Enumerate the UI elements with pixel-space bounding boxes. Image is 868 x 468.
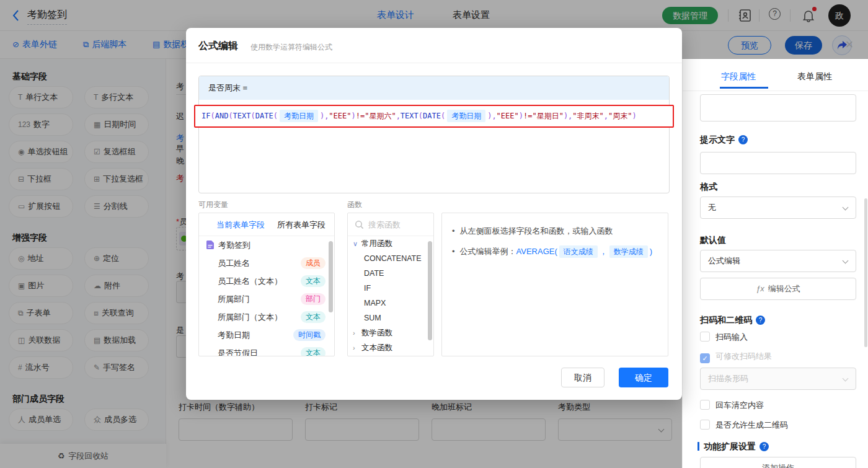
formula-token: TEXT: [401, 112, 418, 120]
function-search-input[interactable]: 搜索函数: [348, 213, 433, 236]
bullet: •: [452, 226, 455, 236]
formula-token: AVERAGE(: [516, 247, 557, 256]
field-chip: 数学成绩: [609, 245, 648, 258]
tab-field-properties[interactable]: 字段属性: [721, 71, 756, 82]
variable-name: 员工姓名: [218, 258, 250, 268]
tip-example-formula: AVERAGE(语文成绩，数学成绩): [516, 247, 653, 256]
variables-panel: 当前表单字段 所有表单字段 考勤签到员工姓名成员员工姓名（文本）文本所属部门部门…: [198, 213, 335, 356]
function-group[interactable]: ›文本函数: [348, 340, 433, 355]
allow-qr-checkbox[interactable]: 是否允许生成二维码: [700, 420, 788, 431]
scan-barcode-select[interactable]: 扫描条形码: [700, 368, 856, 390]
scrollbar-thumb[interactable]: [864, 198, 867, 347]
variable-item[interactable]: 员工姓名（文本）文本: [199, 272, 334, 290]
function-group[interactable]: ›数学函数: [348, 325, 433, 340]
formula-token: "星期六": [365, 112, 396, 120]
variable-type-tag: 时间戳: [293, 329, 326, 341]
function-item[interactable]: IF: [348, 281, 433, 296]
form-doc-icon: [206, 241, 214, 249]
function-item[interactable]: SUM: [348, 311, 433, 325]
description-box[interactable]: [700, 94, 856, 121]
divider: [186, 63, 682, 63]
variable-item[interactable]: 是否节假日文本: [199, 344, 334, 356]
field-chip: 考勤日期: [280, 110, 318, 122]
variable-form-root[interactable]: 考勤签到: [199, 236, 334, 254]
formula-tips-panel: •从左侧面板选择字段名和函数，或输入函数 •公式编辑举例：AVERAGE(语文成…: [441, 213, 668, 356]
formula-token: IF: [202, 112, 210, 120]
format-label: 格式: [700, 182, 717, 193]
caret-down-icon[interactable]: ∨: [353, 236, 361, 251]
field-chip: 考勤日期: [447, 110, 485, 122]
formula-token: "星期日": [532, 112, 563, 120]
variable-type-tag: 成员: [301, 257, 326, 269]
close-icon[interactable]: ×: [842, 37, 857, 53]
formula-token: !=: [356, 112, 365, 120]
formula-token: "EEE": [329, 112, 351, 120]
scrollbar-thumb[interactable]: [428, 241, 432, 340]
variable-item[interactable]: 考勤日期时间戳: [199, 326, 334, 344]
enter-clear-checkbox[interactable]: 回车清空内容: [700, 400, 764, 411]
formula-token: (: [441, 112, 445, 120]
help-badge-icon[interactable]: ?: [738, 135, 748, 144]
function-item[interactable]: MAPX: [348, 296, 433, 311]
bullet: •: [452, 247, 455, 256]
checkbox-icon: [700, 332, 710, 342]
variable-item[interactable]: 所属部门部门: [199, 290, 334, 308]
functions-panel: 搜索函数 ∨常用函数CONCATENATEDATEIFMAPXSUM›数学函数›…: [347, 213, 434, 356]
formula-token: (: [418, 112, 423, 120]
formula-token: AND: [215, 112, 229, 120]
caret-right-icon[interactable]: ›: [353, 340, 361, 355]
modal-title: 公式编辑: [198, 40, 238, 53]
tab-form-properties[interactable]: 表单属性: [797, 71, 832, 82]
hint-text-input[interactable]: [700, 152, 856, 174]
formula-token: "非周末": [572, 112, 603, 120]
edit-formula-button[interactable]: ƒx编辑公式: [700, 278, 856, 300]
variable-type-tag: 部门: [301, 293, 326, 305]
chevron-down-icon: [843, 205, 849, 211]
function-item[interactable]: DATE: [348, 266, 433, 281]
checkbox-icon: [700, 400, 710, 410]
formula-target: 是否周末 =: [199, 76, 669, 100]
scan-input-checkbox[interactable]: 扫码输入: [700, 332, 748, 343]
formula-editor[interactable]: 是否周末 =: [198, 76, 670, 193]
formula-token: ): [650, 247, 652, 256]
formula-token: "EEE": [497, 112, 519, 120]
cancel-button[interactable]: 取消: [561, 368, 604, 387]
formula-token: DATE: [255, 112, 273, 120]
formula-token: !=: [523, 112, 532, 120]
function-group[interactable]: ∨常用函数: [348, 236, 433, 251]
modal-subtitle: 使用数学运算符编辑公式: [250, 42, 332, 53]
variable-item[interactable]: 员工姓名成员: [199, 254, 334, 272]
tip-text: 公式编辑举例：: [460, 247, 516, 256]
caret-right-icon[interactable]: ›: [353, 325, 361, 340]
hint-text-label: 提示文字?: [700, 135, 748, 146]
variable-item[interactable]: 所属部门（文本）文本: [199, 308, 334, 326]
variable-name: 考勤日期: [218, 330, 250, 340]
functions-label: 函数: [347, 200, 362, 210]
modify-scan-result-checkbox[interactable]: ✓可修改扫码结果: [700, 351, 772, 363]
formula-token: ,: [492, 112, 496, 120]
confirm-button[interactable]: 确定: [619, 368, 668, 387]
format-select[interactable]: 无: [700, 196, 856, 219]
formula-token: ): [632, 112, 636, 120]
variable-name: 所属部门: [218, 294, 250, 304]
function-item[interactable]: CONCATENATE: [348, 251, 433, 266]
tab-all-form-fields[interactable]: 所有表单字段: [277, 219, 326, 231]
app-root: 考勤签到 表单设计 表单设置 数据管理 ? 政 ⊘表单外链 ⧉后端脚本 ▤数据权…: [0, 0, 868, 468]
help-badge-icon[interactable]: ?: [760, 442, 769, 451]
fx-icon: ƒx: [756, 284, 764, 293]
extension-section-label: 功能扩展设置?: [698, 441, 769, 453]
scrollbar-thumb[interactable]: [329, 241, 333, 312]
tab-current-form-fields[interactable]: 当前表单字段: [216, 219, 265, 231]
help-badge-icon[interactable]: ?: [756, 316, 765, 325]
variable-type-tag: 文本: [301, 311, 326, 323]
formula-expression[interactable]: IF(AND(TEXT(DATE(考勤日期),"EEE")!="星期六",TEX…: [194, 105, 674, 128]
variables-list: 考勤签到员工姓名成员员工姓名（文本）文本所属部门部门所属部门（文本）文本考勤日期…: [199, 236, 334, 356]
formula-edit-modal: 公式编辑 使用数学运算符编辑公式 × 是否周末 = IF(AND(TEXT(DA…: [186, 28, 682, 400]
add-action-button[interactable]: 添加操作: [700, 457, 856, 468]
formula-token: "周末": [608, 112, 632, 120]
chevron-down-icon: [843, 258, 849, 264]
chevron-down-icon: [843, 376, 849, 382]
section-bar: [698, 442, 699, 451]
formula-token: (: [210, 112, 215, 120]
default-value-select[interactable]: 公式编辑: [700, 250, 856, 272]
